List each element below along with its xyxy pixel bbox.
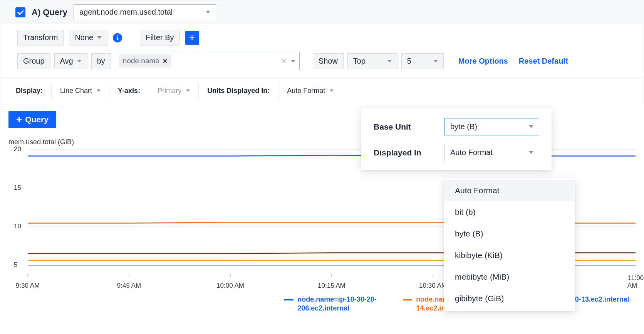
legend-item[interactable]: node.name=ip-10-30-20-206.ec2.internal <box>284 295 392 313</box>
units-option[interactable]: kibibyte (KiB) <box>444 245 575 266</box>
units-value: Auto Format <box>287 87 325 95</box>
x-tick-label: 10:30 AM <box>419 282 447 290</box>
plus-icon: + <box>16 116 22 123</box>
group-by-input[interactable]: node.name ✕ ✕ <box>115 52 300 70</box>
display-row: Display: Line Chart Y-axis: Primary Unit… <box>0 78 644 104</box>
metric-value: agent.node.mem.used.total <box>79 8 173 17</box>
chevron-down-icon <box>206 11 210 13</box>
group-by-chip-label: node.name <box>123 57 159 65</box>
group-by-chip[interactable]: node.name ✕ <box>119 54 171 67</box>
legend-swatch <box>403 299 412 300</box>
legend-swatch <box>284 299 293 300</box>
chevron-down-icon <box>330 89 334 92</box>
units-panel: Base Unit byte (B) Displayed In Auto For… <box>361 108 552 170</box>
yaxis-select[interactable]: Primary <box>149 82 199 99</box>
units-option[interactable]: Auto Format <box>444 180 575 201</box>
y-tick-label: 10 <box>14 223 21 230</box>
metric-select[interactable]: agent.node.mem.used.total <box>74 4 216 20</box>
y-tick-label: 15 <box>14 184 21 192</box>
query-enable-checkbox[interactable] <box>15 7 25 17</box>
units-option[interactable]: mebibyte (MiB) <box>444 266 575 288</box>
yaxis-value: Primary <box>158 87 181 95</box>
chevron-down-icon <box>529 151 533 154</box>
x-tick-label: 10:00 AM <box>216 282 244 290</box>
displayed-in-select[interactable]: Auto Format <box>444 144 539 161</box>
chevron-down-icon <box>77 60 82 62</box>
chevron-down-icon <box>291 60 295 62</box>
displayed-in-value: Auto Format <box>450 148 493 157</box>
units-option[interactable]: byte (B) <box>444 223 575 245</box>
chevron-down-icon <box>387 60 392 62</box>
transform-select[interactable]: None <box>69 30 107 46</box>
displayed-in-dropdown: Auto Formatbit (b)byte (B)kibibyte (KiB)… <box>444 178 575 311</box>
show-label: Show <box>313 53 344 69</box>
y-tick-label: 5 <box>14 261 17 269</box>
display-type-select[interactable]: Line Chart <box>52 82 109 99</box>
clear-icon[interactable]: ✕ <box>280 56 287 66</box>
group-label: Group <box>17 53 50 69</box>
filter-by-label: Filter By <box>140 30 179 46</box>
legend-label: node.name=ip-10-30-20-206.ec2.internal <box>297 295 392 313</box>
units-option[interactable]: gibibyte (GiB) <box>444 288 575 309</box>
x-tick-label: 9:30 AM <box>16 282 40 290</box>
x-tick-label: 10:15 AM <box>318 282 345 290</box>
transform-value: None <box>75 33 93 42</box>
displayed-in-label: Displayed In <box>374 148 437 157</box>
add-query-button[interactable]: + Query <box>8 111 56 128</box>
close-icon[interactable]: ✕ <box>163 57 168 65</box>
query-letter-label: A) Query <box>32 7 67 17</box>
group-agg-select[interactable]: Avg <box>54 53 87 69</box>
chevron-down-icon <box>97 36 102 39</box>
base-unit-select[interactable]: byte (B) <box>444 118 539 135</box>
show-n-value: 5 <box>407 57 411 66</box>
reset-default-link[interactable]: Reset Default <box>519 57 568 66</box>
group-agg-value: Avg <box>60 57 73 66</box>
show-mode-value: Top <box>353 57 366 66</box>
info-icon[interactable]: i <box>113 33 122 42</box>
y-tick-label: 20 <box>14 145 21 153</box>
base-unit-label: Base Unit <box>374 122 437 132</box>
query-header: A) Query agent.node.mem.used.total <box>0 0 644 24</box>
show-mode-select[interactable]: Top <box>347 53 397 69</box>
chevron-down-icon <box>529 125 533 128</box>
units-select[interactable]: Auto Format <box>278 82 342 99</box>
display-label: Display: <box>16 87 43 95</box>
chevron-down-icon <box>186 89 190 92</box>
units-option[interactable]: bit (b) <box>444 201 575 223</box>
show-n-select[interactable]: 5 <box>401 53 444 69</box>
units-label: Units Displayed In: <box>207 87 270 95</box>
add-query-label: Query <box>25 115 49 124</box>
display-type-value: Line Chart <box>60 87 92 95</box>
add-filter-button[interactable]: + <box>185 31 199 45</box>
more-options-link[interactable]: More Options <box>458 57 508 66</box>
yaxis-label: Y-axis: <box>118 87 140 95</box>
group-by-label: by <box>91 53 111 69</box>
chevron-down-icon <box>433 60 438 62</box>
query-builder: Transform None i Filter By + Group Avg b… <box>0 24 644 78</box>
x-tick-label: 9:45 AM <box>117 282 141 290</box>
base-unit-value: byte (B) <box>450 122 477 131</box>
transform-label: Transform <box>17 30 64 46</box>
x-tick-label: 11:00 AM <box>627 274 644 290</box>
chevron-down-icon <box>97 89 101 92</box>
